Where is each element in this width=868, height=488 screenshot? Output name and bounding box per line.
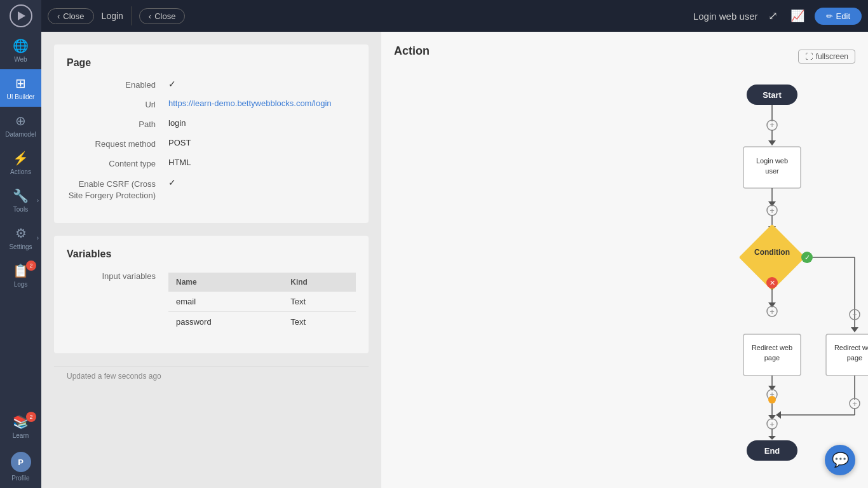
left-close-button[interactable]: ‹ Close [48, 8, 94, 24]
input-variables-row: Input variables Name Kind [67, 270, 356, 332]
end-label: End [764, 446, 780, 456]
chevron-left-icon: ‹ [57, 11, 60, 21]
plus-icon-true[interactable]: + [852, 310, 857, 320]
arrow-left-merge [776, 411, 781, 419]
input-variables-label: Input variables [67, 270, 168, 281]
chevron-left-icon: ‹ [149, 11, 151, 21]
condition-true-icon: ✓ [804, 254, 810, 261]
arrow-down-end [768, 436, 776, 440]
updated-status: Updated a few seconds ago [54, 366, 369, 386]
actions-icon: ⚡ [13, 151, 29, 166]
field-request-method: Request method POST [67, 138, 356, 149]
sidebar-item-profile[interactable]: P Profile [0, 445, 41, 488]
sidebar-item-web[interactable]: 🌐 Web [0, 32, 41, 69]
var-name-password: password [168, 312, 283, 332]
edit-button[interactable]: ✏ Edit [815, 8, 862, 25]
fullscreen-label: fullscreen [816, 52, 848, 61]
arrow-down-true [851, 327, 858, 332]
left-panel: Page Enabled ✓ Url https://learn-demo.be… [41, 32, 381, 488]
sidebar-item-label: Learn [13, 432, 29, 439]
var-name-email: email [168, 292, 283, 312]
field-value-content-type: HTML [168, 158, 191, 167]
field-value-url[interactable]: https://learn-demo.bettywebblocks.com/lo… [168, 98, 332, 108]
field-label-enabled: Enabled [67, 79, 168, 90]
field-label-csrf: Enable CSRF (Cross Site Forgery Protecti… [67, 177, 168, 201]
play-button[interactable] [0, 0, 41, 32]
condition-label: Condition [754, 248, 790, 257]
fullscreen-button[interactable]: ⛶ fullscreen [798, 50, 855, 64]
sidebar-item-logs[interactable]: 2 📋 Logs [0, 257, 41, 294]
right-close-label: Close [154, 11, 175, 21]
plus-icon-2[interactable]: + [770, 206, 775, 215]
action-title: Action [394, 44, 430, 58]
page-card: Page Enabled ✓ Url https://learn-demo.be… [54, 44, 369, 223]
redirect-right-label-2: page [847, 354, 862, 362]
avatar: P [11, 452, 31, 472]
sidebar-item-label: Web [14, 56, 27, 63]
main-content: ‹ Close Login ‹ Close Login web user ⤢ 📈… [41, 0, 868, 488]
topbar-right: Login web user ⤢ 📈 ✏ Edit [693, 6, 862, 25]
right-close-button[interactable]: ‹ Close [139, 8, 186, 24]
col-header-name: Name [168, 273, 283, 292]
settings-icon: ⚙ [15, 226, 27, 241]
sidebar-item-tools[interactable]: 🔧 Tools › [0, 182, 41, 219]
field-enabled: Enabled ✓ [67, 79, 356, 90]
learn-badge: 2 [26, 412, 36, 422]
redirect-left-label-1: Redirect web [752, 344, 792, 351]
field-value-path: login [168, 118, 186, 128]
sidebar-item-label: Actions [10, 168, 31, 175]
logs-badge: 2 [26, 261, 36, 271]
sidebar-item-label: Profile [11, 475, 29, 482]
table-row: password Text [168, 312, 356, 332]
plus-icon-1[interactable]: + [770, 120, 775, 130]
sidebar-item-label: Logs [14, 281, 28, 288]
var-kind-email: Text [283, 292, 356, 312]
field-value-request-method: POST [168, 138, 191, 147]
pencil-icon: ✏ [826, 11, 833, 21]
sidebar-item-learn[interactable]: 2 📚 Learn [0, 408, 41, 445]
variables-table: Name Kind email Text password [168, 273, 356, 332]
sidebar-item-datamodel[interactable]: ⊕ Datamodel [0, 107, 41, 144]
plus-icon-end[interactable]: + [770, 419, 775, 429]
sidebar-item-label: UI Builder [7, 93, 35, 100]
topbar: ‹ Close Login ‹ Close Login web user ⤢ 📈… [41, 0, 868, 32]
condition-false-icon: ✕ [770, 279, 775, 287]
right-panel: Action ⛶ fullscreen Start + [381, 32, 868, 488]
redirect-left-label-2: page [764, 354, 780, 362]
sidebar-item-label: Settings [9, 243, 32, 250]
plus-icon-right-bot[interactable]: + [852, 399, 857, 409]
topbar-divider [131, 6, 132, 25]
flowchart-svg: Start + Login web user + [394, 78, 839, 447]
tools-icon: 🔧 [13, 188, 29, 203]
merge-dot [768, 396, 776, 403]
chat-bubble-button[interactable]: 💬 [825, 445, 855, 475]
chat-icon: 💬 [832, 452, 849, 468]
field-content-type: Content type HTML [67, 158, 356, 168]
arrow-down-1 [768, 140, 776, 146]
field-url: Url https://learn-demo.bettywebblocks.co… [67, 98, 356, 109]
left-close-label: Close [63, 11, 84, 21]
sidebar-item-actions[interactable]: ⚡ Actions [0, 144, 41, 182]
sidebar-item-label: Tools [13, 206, 28, 213]
play-icon[interactable] [10, 4, 32, 27]
variables-table-wrapper: Name Kind email Text password [168, 270, 356, 332]
field-label-request-method: Request method [67, 138, 168, 149]
start-label: Start [763, 90, 782, 100]
field-csrf: Enable CSRF (Cross Site Forgery Protecti… [67, 177, 356, 201]
fullscreen-icon: ⛶ [805, 52, 813, 61]
chart-icon-button[interactable]: 📈 [788, 6, 807, 25]
plus-icon-false[interactable]: + [770, 307, 775, 316]
login-web-user-label-1: Login web [756, 157, 788, 165]
redirect-right-label-1: Redirect web [834, 344, 868, 351]
sidebar-item-ui-builder[interactable]: ⊞ UI Builder [0, 69, 41, 107]
chevron-right-icon: › [37, 197, 39, 204]
left-panel-title: Login [102, 11, 123, 21]
field-label-url: Url [67, 98, 168, 109]
sidebar: 🌐 Web ⊞ UI Builder ⊕ Datamodel ⚡ Actions… [0, 0, 41, 488]
sidebar-item-settings[interactable]: ⚙ Settings › [0, 219, 41, 257]
sidebar-item-label: Datamodel [5, 131, 36, 138]
maximize-icon-button[interactable]: ⤢ [766, 6, 780, 25]
ui-builder-icon: ⊞ [15, 76, 26, 91]
field-value-enabled: ✓ [168, 79, 176, 89]
var-kind-password: Text [283, 312, 356, 332]
